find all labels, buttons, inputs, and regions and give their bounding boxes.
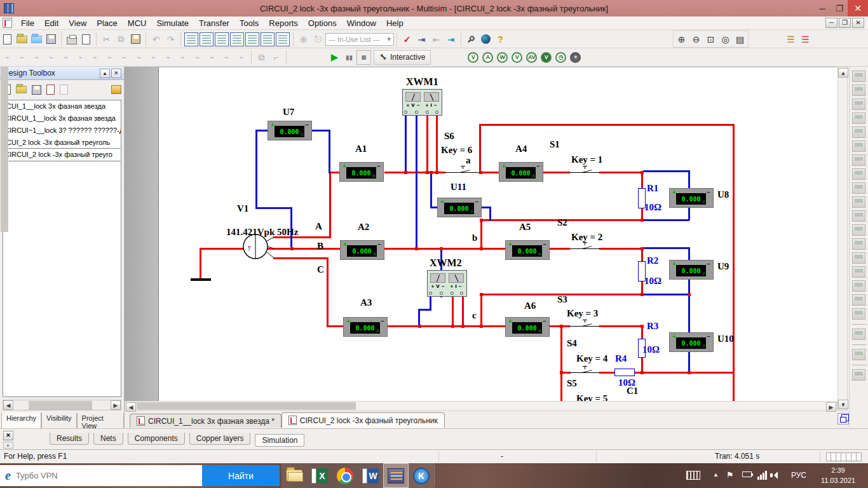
scroll-right-arrow[interactable]: ▶ [111,400,121,410]
edit-description-button[interactable]: ☰ [798,32,813,46]
clock[interactable]: 2:39 11.03.2021 [816,465,860,485]
place-power-button[interactable]: ⌁ [146,50,161,65]
print-button[interactable] [64,32,79,46]
simulation-error-log-toggle[interactable] [215,32,229,46]
voltmeter-ammeter-A2[interactable]: +−0.000A [340,240,384,260]
wire[interactable] [643,247,690,249]
wire[interactable] [273,257,329,259]
wire[interactable] [405,116,407,173]
place-cmos-button[interactable]: ⌁ [88,50,102,65]
wire[interactable] [641,172,643,189]
redo-button[interactable]: ↷ [163,32,178,46]
wire[interactable] [255,207,292,209]
voltmeter-ammeter-A5[interactable]: +−0.000A [505,240,550,260]
digital-probe-button[interactable]: ◷ [555,52,566,63]
taskbar-icon-multisim[interactable] [383,463,409,488]
frequency-counter-instrument-button[interactable] [852,154,865,166]
battery-icon[interactable] [742,470,752,477]
fullscreen-button[interactable]: ▤ [733,32,747,46]
wire[interactable] [388,325,506,327]
spreadsheet-close-button[interactable]: ✕ [3,431,13,440]
wire[interactable] [634,372,735,374]
scroll-thumb[interactable] [137,402,356,410]
menu-transfer[interactable]: Transfer [194,17,234,29]
virtual-component-button[interactable]: ⎋ [311,32,325,46]
menu-help[interactable]: Help [381,17,409,29]
database-manager-toggle[interactable] [230,32,244,46]
probe-settings-button[interactable]: + [570,52,581,63]
wire[interactable] [329,172,331,238]
toolbox-file-item[interactable]: .CUI_1__lock 3х фазная звезда [3,100,121,112]
save-schematic-icon[interactable] [32,85,41,95]
taskbar-search-box[interactable]: e [0,465,202,486]
wire[interactable] [642,219,689,221]
wire[interactable] [200,248,245,250]
interactive-button[interactable]: 🔧︎ Interactive [374,50,431,65]
toolbox-file-item[interactable]: .CUI_2 lock -3х фазный треуголь [3,137,121,149]
search-input[interactable] [16,471,168,480]
wire[interactable] [255,130,268,132]
forward-annotate-button[interactable]: ⇥ [444,32,458,46]
iv-analyzer-instrument-button[interactable] [852,210,865,222]
wire[interactable] [733,124,735,401]
wire[interactable] [479,124,735,126]
switch-S4[interactable] [569,372,600,373]
taskbar-icon-excel[interactable]: X [307,463,332,488]
open-schematic-icon[interactable] [16,86,27,93]
taskbar-icon-word[interactable]: W [358,463,383,488]
canvas-hscrollbar[interactable]: ◀ ▶ [125,401,837,411]
new-window-button[interactable] [837,413,849,424]
menu-view[interactable]: View [64,17,92,29]
panel-close-button[interactable]: ✕ [111,69,121,78]
wire[interactable] [480,219,482,250]
spreadsheet-tab-copper-layers[interactable]: Copper layers [189,433,251,445]
cut-button[interactable]: ✂ [99,32,114,46]
pause-simulation-button[interactable]: ▮▮ [342,50,356,65]
wire[interactable] [549,248,570,250]
taskbar-icon-chrome[interactable] [332,463,358,488]
toolbox-file-item[interactable]: CIRCUI_2 lock -3х фазный треуго [3,149,121,161]
wire[interactable] [688,351,690,373]
scroll-left-arrow[interactable]: ◀ [3,400,13,410]
current-probe-button[interactable]: A [482,52,493,63]
document-tab[interactable]: CIRCUI_2 lock -3х фазный треугольник [281,412,445,428]
place-component-button[interactable]: ⊕ [296,32,311,46]
hierarchical-block-button[interactable]: ⧉ [254,50,269,65]
wire[interactable] [489,207,491,221]
wire[interactable] [327,325,344,327]
backannotate-button[interactable]: ⇤ [429,32,444,46]
place-mcu-button[interactable]: ⌁ [234,50,248,65]
wire[interactable] [418,309,431,311]
voltmeter-ammeter-A6[interactable]: +−0.000A [505,317,550,337]
scroll-thumb[interactable] [1,67,8,232]
wire[interactable] [688,170,690,189]
place-connector-button[interactable]: ⌁ [219,50,234,65]
voltage-current-probe-button[interactable]: AV [526,52,537,63]
voltage-reference-probe-button[interactable]: V [541,52,552,63]
scroll-left-arrow[interactable]: ◀ [126,402,136,412]
logic-converter-instrument-button[interactable] [852,182,865,194]
logic-analyzer-instrument-button[interactable] [852,196,865,208]
menu-place[interactable]: Place [92,17,123,29]
network-analyzer-instrument-button[interactable] [852,252,865,264]
four-channel-oscilloscope-instrument-button[interactable] [852,126,865,138]
wattmeter-XWM2[interactable]: + V −+ I − [427,270,467,297]
place-analog-button[interactable]: ⌁ [58,50,73,65]
toolbox-file-item[interactable]: CIRCUI~1__lock 3? ?????? ??????-Д [3,125,121,137]
switch-S3[interactable] [569,326,600,327]
taskbar-icon-kompas[interactable]: K [409,463,434,488]
wire[interactable] [599,172,643,173]
wire[interactable] [327,257,329,327]
switch-S1[interactable] [569,172,600,173]
new-button[interactable] [0,32,15,46]
history-icon[interactable] [111,85,121,94]
resistor-R4[interactable] [614,369,635,376]
voltmeter-ammeter-U8[interactable]: +−0.000V [669,188,714,208]
rename-icon[interactable] [60,85,68,95]
restore-button[interactable]: ❐ [831,0,848,17]
place-ttl-button[interactable]: ⌁ [73,50,88,65]
wire[interactable] [200,248,201,280]
wire[interactable] [452,295,454,327]
wattmeter-XWM1[interactable]: + V −+ I − [402,89,442,116]
run-simulation-button[interactable]: ▶ [327,50,342,65]
